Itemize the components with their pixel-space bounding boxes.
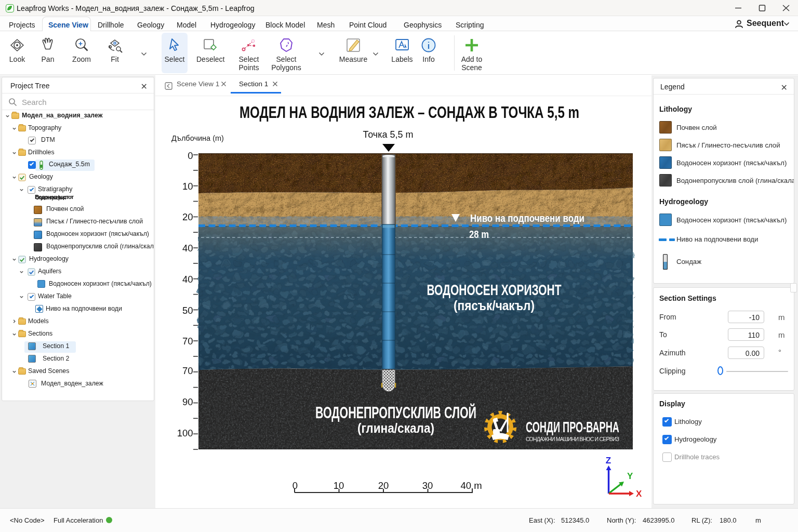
svg-text:Дълбочина (m): Дълбочина (m) xyxy=(171,134,224,142)
svg-text:Y: Y xyxy=(627,471,633,481)
svg-text:ВОДОНЕПРОПУСКЛИВ СЛОЙ: ВОДОНЕПРОПУСКЛИВ СЛОЙ xyxy=(315,403,476,422)
svg-text:100: 100 xyxy=(177,428,193,438)
svg-text:50: 50 xyxy=(182,305,193,316)
svg-text:Ниво на подпочвени води: Ниво на подпочвени води xyxy=(470,212,584,224)
svg-text:70: 70 xyxy=(182,336,193,347)
svg-text:10: 10 xyxy=(334,480,344,491)
svg-text:ВОДОНОСЕН ХОРИЗОНТ: ВОДОНОСЕН ХОРИЗОНТ xyxy=(427,281,562,298)
svg-text:Z: Z xyxy=(606,456,611,466)
svg-text:20: 20 xyxy=(378,480,389,491)
svg-text:(глина/скала): (глина/скала) xyxy=(357,420,434,436)
svg-text:30: 30 xyxy=(422,480,433,491)
svg-text:0: 0 xyxy=(292,480,298,491)
svg-text:0: 0 xyxy=(188,150,193,161)
svg-text:10: 10 xyxy=(182,181,193,192)
svg-text:40 m: 40 m xyxy=(460,480,482,491)
svg-text:Точка 5,5 m: Точка 5,5 m xyxy=(363,129,414,140)
svg-text:(пясък/чакъл): (пясък/чакъл) xyxy=(454,298,535,313)
svg-text:20: 20 xyxy=(182,211,193,222)
svg-text:СОНДАЖНИ МАШИНИ ВНОС И СЕРВИЗ: СОНДАЖНИ МАШИНИ ВНОС И СЕРВИЗ xyxy=(526,436,619,442)
svg-text:МОДЕЛ НА ВОДНИЯ ЗАЛЕЖ – СОНДАЖ: МОДЕЛ НА ВОДНИЯ ЗАЛЕЖ – СОНДАЖ В ТОЧКА 5… xyxy=(240,103,579,122)
svg-text:70: 70 xyxy=(182,365,193,376)
svg-text:40: 40 xyxy=(182,243,193,254)
svg-text:28 m: 28 m xyxy=(469,229,489,240)
svg-text:90: 90 xyxy=(182,396,193,407)
svg-text:X: X xyxy=(636,489,642,499)
svg-text:СОНДИ ПРО-ВАРНА: СОНДИ ПРО-ВАРНА xyxy=(526,418,619,435)
svg-text:40: 40 xyxy=(182,274,193,285)
